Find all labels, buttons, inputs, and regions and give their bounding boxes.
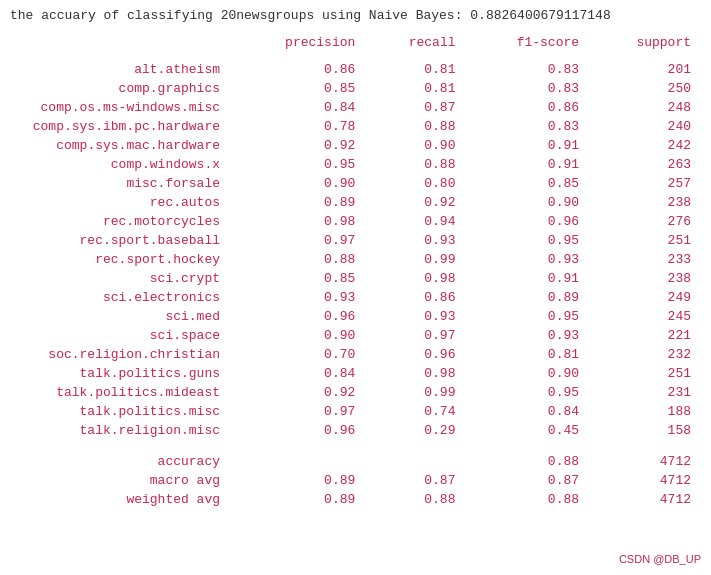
support-value: 242 xyxy=(589,136,701,155)
label-col-header xyxy=(10,33,230,52)
support-value: 231 xyxy=(589,383,701,402)
header-row: precision recall f1-score support xyxy=(10,33,701,52)
summary-precision: 0.89 xyxy=(230,471,365,490)
watermark-text: CSDN @DB_UP xyxy=(619,553,701,565)
class-label: talk.politics.mideast xyxy=(10,383,230,402)
table-row: rec.autos 0.89 0.92 0.90 238 xyxy=(10,193,701,212)
f1-value: 0.95 xyxy=(465,231,589,250)
recall-value: 0.97 xyxy=(365,326,465,345)
precision-value: 0.95 xyxy=(230,155,365,174)
summary-recall: 0.87 xyxy=(365,471,465,490)
recall-value: 0.81 xyxy=(365,60,465,79)
class-label: comp.graphics xyxy=(10,79,230,98)
f1-value: 0.93 xyxy=(465,250,589,269)
f1-header: f1-score xyxy=(465,33,589,52)
recall-value: 0.93 xyxy=(365,307,465,326)
precision-header: precision xyxy=(230,33,365,52)
class-label: sci.electronics xyxy=(10,288,230,307)
summary-row: macro avg 0.89 0.87 0.87 4712 xyxy=(10,471,701,490)
class-label: alt.atheism xyxy=(10,60,230,79)
class-label: comp.sys.ibm.pc.hardware xyxy=(10,117,230,136)
precision-value: 0.84 xyxy=(230,98,365,117)
class-label: rec.sport.baseball xyxy=(10,231,230,250)
f1-value: 0.96 xyxy=(465,212,589,231)
precision-value: 0.85 xyxy=(230,269,365,288)
precision-value: 0.93 xyxy=(230,288,365,307)
recall-value: 0.94 xyxy=(365,212,465,231)
class-label: talk.politics.misc xyxy=(10,402,230,421)
support-value: 257 xyxy=(589,174,701,193)
class-label: talk.religion.misc xyxy=(10,421,230,440)
recall-value: 0.81 xyxy=(365,79,465,98)
precision-value: 0.70 xyxy=(230,345,365,364)
summary-f1: 0.88 xyxy=(465,490,589,509)
precision-value: 0.92 xyxy=(230,383,365,402)
recall-value: 0.29 xyxy=(365,421,465,440)
summary-label: accuracy xyxy=(10,452,230,471)
f1-value: 0.89 xyxy=(465,288,589,307)
f1-value: 0.95 xyxy=(465,307,589,326)
precision-value: 0.84 xyxy=(230,364,365,383)
table-row: sci.electronics 0.93 0.86 0.89 249 xyxy=(10,288,701,307)
f1-value: 0.84 xyxy=(465,402,589,421)
precision-value: 0.90 xyxy=(230,326,365,345)
summary-precision: 0.89 xyxy=(230,490,365,509)
support-header: support xyxy=(589,33,701,52)
table-row: rec.sport.hockey 0.88 0.99 0.93 233 xyxy=(10,250,701,269)
class-label: talk.politics.guns xyxy=(10,364,230,383)
recall-value: 0.99 xyxy=(365,383,465,402)
summary-precision xyxy=(230,452,365,471)
table-row: alt.atheism 0.86 0.81 0.83 201 xyxy=(10,60,701,79)
class-label: misc.forsale xyxy=(10,174,230,193)
summary-recall xyxy=(365,452,465,471)
precision-value: 0.88 xyxy=(230,250,365,269)
f1-value: 0.90 xyxy=(465,193,589,212)
summary-recall: 0.88 xyxy=(365,490,465,509)
f1-value: 0.81 xyxy=(465,345,589,364)
table-row: talk.religion.misc 0.96 0.29 0.45 158 xyxy=(10,421,701,440)
support-value: 238 xyxy=(589,193,701,212)
summary-row: weighted avg 0.89 0.88 0.88 4712 xyxy=(10,490,701,509)
precision-value: 0.89 xyxy=(230,193,365,212)
support-value: 251 xyxy=(589,364,701,383)
table-row: soc.religion.christian 0.70 0.96 0.81 23… xyxy=(10,345,701,364)
recall-value: 0.88 xyxy=(365,155,465,174)
class-label: rec.sport.hockey xyxy=(10,250,230,269)
support-value: 240 xyxy=(589,117,701,136)
support-value: 201 xyxy=(589,60,701,79)
class-label: soc.religion.christian xyxy=(10,345,230,364)
support-value: 249 xyxy=(589,288,701,307)
support-value: 245 xyxy=(589,307,701,326)
f1-value: 0.85 xyxy=(465,174,589,193)
support-value: 251 xyxy=(589,231,701,250)
class-label: comp.windows.x xyxy=(10,155,230,174)
recall-header: recall xyxy=(365,33,465,52)
class-label: rec.motorcycles xyxy=(10,212,230,231)
table-row: talk.politics.guns 0.84 0.98 0.90 251 xyxy=(10,364,701,383)
support-value: 232 xyxy=(589,345,701,364)
recall-value: 0.99 xyxy=(365,250,465,269)
table-row: comp.graphics 0.85 0.81 0.83 250 xyxy=(10,79,701,98)
table-row: rec.motorcycles 0.98 0.94 0.96 276 xyxy=(10,212,701,231)
table-row: talk.politics.misc 0.97 0.74 0.84 188 xyxy=(10,402,701,421)
recall-value: 0.93 xyxy=(365,231,465,250)
table-row: sci.space 0.90 0.97 0.93 221 xyxy=(10,326,701,345)
class-label: sci.crypt xyxy=(10,269,230,288)
table-row: misc.forsale 0.90 0.80 0.85 257 xyxy=(10,174,701,193)
f1-value: 0.83 xyxy=(465,117,589,136)
recall-value: 0.96 xyxy=(365,345,465,364)
table-row: comp.sys.mac.hardware 0.92 0.90 0.91 242 xyxy=(10,136,701,155)
class-label: comp.sys.mac.hardware xyxy=(10,136,230,155)
summary-f1: 0.87 xyxy=(465,471,589,490)
support-value: 158 xyxy=(589,421,701,440)
recall-value: 0.74 xyxy=(365,402,465,421)
precision-value: 0.85 xyxy=(230,79,365,98)
precision-value: 0.97 xyxy=(230,231,365,250)
summary-label: weighted avg xyxy=(10,490,230,509)
summary-row: accuracy 0.88 4712 xyxy=(10,452,701,471)
f1-value: 0.90 xyxy=(465,364,589,383)
f1-value: 0.91 xyxy=(465,155,589,174)
support-value: 250 xyxy=(589,79,701,98)
class-label: rec.autos xyxy=(10,193,230,212)
precision-value: 0.97 xyxy=(230,402,365,421)
